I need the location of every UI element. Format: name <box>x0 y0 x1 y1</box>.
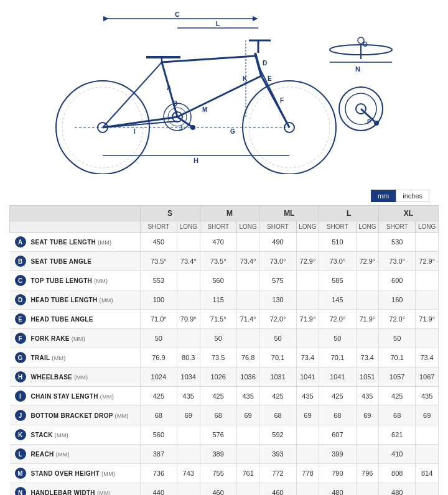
value-cell <box>416 445 439 464</box>
value-cell: 1067 <box>416 368 439 387</box>
row-label-text: WHEELBASE (mm) <box>31 374 88 381</box>
svg-text:L: L <box>216 20 220 27</box>
value-cell: 73.5 <box>200 348 236 368</box>
value-cell: 621 <box>379 425 416 445</box>
value-cell: 480 <box>379 483 416 496</box>
value-cell: 553 <box>140 271 177 290</box>
value-cell: 50 <box>379 329 416 348</box>
value-cell: 70.1 <box>259 348 296 368</box>
value-cell: 393 <box>259 445 296 464</box>
value-cell: 76.8 <box>236 348 259 368</box>
mm-button[interactable]: mm <box>371 190 396 202</box>
table-row: MSTAND OVER HEIGHT (mm)73674375576177277… <box>10 464 439 483</box>
value-cell <box>296 329 319 348</box>
size-s-header: S <box>140 206 200 221</box>
value-cell <box>296 483 319 496</box>
value-cell: 425 <box>319 387 356 406</box>
value-cell <box>296 233 319 252</box>
letter-badge: C <box>15 275 26 286</box>
header-empty <box>10 206 141 221</box>
value-cell <box>177 483 200 496</box>
value-cell: 145 <box>319 290 356 310</box>
table-row: CTOP TUBE LENGTH (mm)553560575585600 <box>10 271 439 290</box>
value-cell: 73.0° <box>379 252 416 271</box>
value-cell <box>236 445 259 464</box>
value-cell: 460 <box>259 483 296 496</box>
value-cell: 592 <box>259 425 296 445</box>
value-cell: 71.9° <box>416 310 439 329</box>
inches-button[interactable]: inches <box>396 190 429 202</box>
letter-badge: F <box>15 333 26 344</box>
row-label-text: TOP TUBE LENGTH (mm) <box>31 277 108 284</box>
value-cell: 1041 <box>296 368 319 387</box>
label-cell: JBOTTOM BRACKET DROP (mm) <box>10 406 141 425</box>
value-cell: 435 <box>177 387 200 406</box>
row-label-text: SEAT TUBE ANGLE <box>31 258 92 265</box>
row-label-text: CHAIN STAY LENGTH (mm) <box>31 393 114 400</box>
value-cell: 130 <box>259 290 296 310</box>
value-cell: 435 <box>356 387 379 406</box>
svg-text:C: C <box>175 11 180 18</box>
table-row: EHEAD TUBE ANGLE71.0°70.9°71.5°71.4°72.0… <box>10 310 439 329</box>
value-cell: 435 <box>416 387 439 406</box>
value-cell: 72.0° <box>259 310 296 329</box>
value-cell: 1057 <box>379 368 416 387</box>
value-cell: 1051 <box>356 368 379 387</box>
row-label-text: TRAIL (mm) <box>31 354 66 361</box>
value-cell: 450 <box>140 233 177 252</box>
value-cell: 73.4 <box>356 348 379 368</box>
row-label-text: HEAD TUBE LENGTH (mm) <box>31 297 113 303</box>
value-cell: 435 <box>236 387 259 406</box>
letter-badge: A <box>15 236 26 247</box>
value-cell: 50 <box>319 329 356 348</box>
value-cell: 790 <box>319 464 356 483</box>
value-cell: 755 <box>200 464 236 483</box>
table-row: NHANDLEBAR WIDTH (mm)440460460480480 <box>10 483 439 496</box>
table-row: LREACH (mm)387389393399410 <box>10 445 439 464</box>
value-cell: 73.4° <box>177 252 200 271</box>
value-cell: 736 <box>140 464 177 483</box>
value-cell: 808 <box>379 464 416 483</box>
value-cell: 160 <box>379 290 416 310</box>
value-cell: 425 <box>140 387 177 406</box>
value-cell <box>177 329 200 348</box>
svg-text:P: P <box>367 119 371 126</box>
value-cell: 73.0° <box>259 252 296 271</box>
value-cell <box>236 271 259 290</box>
value-cell: 72.0° <box>379 310 416 329</box>
value-cell <box>356 329 379 348</box>
value-cell: 70.9° <box>177 310 200 329</box>
value-cell: 68 <box>140 406 177 425</box>
svg-text:G: G <box>230 128 235 135</box>
table-row: HWHEELBASE (mm)1024103410261036103110411… <box>10 368 439 387</box>
value-cell <box>177 233 200 252</box>
m-long: LONG <box>236 221 259 233</box>
label-cell: HWHEELBASE (mm) <box>10 368 141 387</box>
row-label-text: HANDLEBAR WIDTH (mm) <box>31 489 111 496</box>
value-cell <box>416 329 439 348</box>
row-label-text: STAND OVER HEIGHT (mm) <box>31 470 116 477</box>
value-cell: 69 <box>356 406 379 425</box>
value-cell: 72.0° <box>319 310 356 329</box>
value-cell: 600 <box>379 271 416 290</box>
svg-point-54 <box>374 121 379 126</box>
value-cell: 778 <box>296 464 319 483</box>
value-cell <box>416 483 439 496</box>
table-row: FFORK RAKE (mm)5050505050 <box>10 329 439 348</box>
value-cell <box>296 290 319 310</box>
value-cell: 425 <box>200 387 236 406</box>
value-cell: 1034 <box>177 368 200 387</box>
diagram-area: C L K A B D E H I J G F <box>0 0 448 187</box>
value-cell: 585 <box>319 271 356 290</box>
size-xl-header: XL <box>379 206 439 221</box>
svg-text:D: D <box>263 60 267 67</box>
label-cell: KSTACK (mm) <box>10 425 141 445</box>
value-cell: 560 <box>200 271 236 290</box>
value-cell: 71.0° <box>140 310 177 329</box>
value-cell <box>296 445 319 464</box>
value-cell: 576 <box>200 425 236 445</box>
value-cell: 71.4° <box>236 310 259 329</box>
value-cell: 470 <box>200 233 236 252</box>
value-cell <box>236 233 259 252</box>
value-cell <box>356 271 379 290</box>
